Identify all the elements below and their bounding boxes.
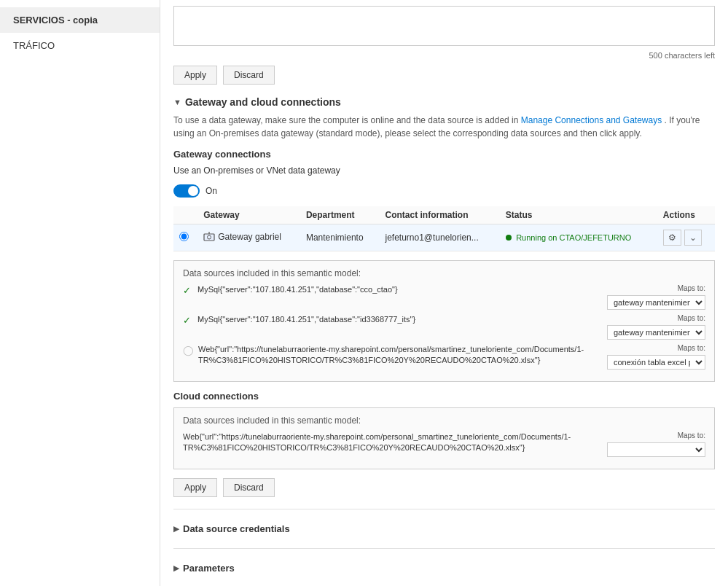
sidebar-item-label: SERVICIOS - copia [13,15,98,26]
gateway-connections-subsection: Gateway connections Use an On-premises o… [173,149,715,382]
maps-to-col-2: Maps to: gateway mantenimient: [603,314,705,340]
parameters-header[interactable]: ▶ Parameters [173,559,715,577]
gateway-cloud-header[interactable]: ▼ Gateway and cloud connections [173,96,715,108]
col-contact: Contact information [379,206,499,224]
gateway-cloud-section: ▼ Gateway and cloud connections To use a… [173,96,715,469]
col-department: Department [300,206,380,224]
cloud-maps-to-col-1: Maps to: [603,431,705,457]
gateway-radio[interactable] [179,232,189,241]
row-gateway-cell: Gateway gabriel [197,224,300,251]
row-contact-cell: jefeturno1@tunelorien... [379,224,499,251]
credentials-title: Data source credentials [183,523,290,534]
status-dot-icon [506,235,512,241]
use-gateway-label: Use an On-premises or VNet data gateway [173,165,340,176]
gateway-name-cell: Gateway gabriel [203,231,281,243]
discard-button[interactable]: Discard [223,66,275,85]
parameters-title: Parameters [183,563,235,574]
sidebar-item-trafico[interactable]: TRÁFICO [0,33,160,58]
status-text: Running on CTAO/JEFETURNO [516,233,631,242]
maps-to-label-2: Maps to: [678,314,705,322]
actions-buttons: ⚙ ⌄ [663,230,709,246]
description-textarea[interactable] [173,6,715,46]
ds-text-3: Web{"url":"https://tunelaburraoriente-my… [198,344,599,367]
ds-text-1: MySql{"server":"107.180.41.251","databas… [197,284,599,295]
svg-rect-0 [204,234,214,241]
expand-button[interactable]: ⌄ [684,230,702,246]
row-status-cell: Running on CTAO/JEFETURNO [500,224,657,251]
gateway-cloud-desc: To use a data gateway, make sure the com… [173,114,715,140]
gateway-datasources-box: Data sources included in this semantic m… [173,260,715,382]
maps-to-select-1[interactable]: gateway mantenimient: [607,295,705,310]
cloud-ds-text-1: Web{"url":"https://tunelaburraoriente-my… [183,431,599,454]
gateway-toggle-row: Use an On-premises or VNet data gateway [173,165,715,176]
manage-connections-link[interactable]: Manage Connections and Gateways [521,115,662,125]
ds-text-2: MySql{"server":"107.180.41.251","databas… [197,314,599,325]
cloud-datasources-box: Data sources included in this semantic m… [173,407,715,469]
bottom-button-row: Apply Discard [173,478,715,497]
gateway-toggle[interactable] [173,184,200,198]
gateway-toggle-control: On [173,184,715,198]
gateway-cloud-chevron-icon: ▼ [173,98,181,106]
cloud-maps-to-select-1[interactable] [607,442,705,457]
gateway-toggle-slider [173,184,200,198]
row-actions-cell: ⚙ ⌄ [657,224,715,251]
data-source-credentials-header[interactable]: ▶ Data source credentials [173,520,715,538]
cloud-ds-row-1: Web{"url":"https://tunelaburraoriente-my… [183,431,705,457]
sidebar: SERVICIOS - copia TRÁFICO [0,0,160,586]
cloud-ds-label: Data sources included in this semantic m… [183,415,705,426]
col-actions: Actions [657,206,715,224]
gateway-cloud-title: Gateway and cloud connections [185,96,341,108]
maps-to-select-3[interactable]: conexión tabla excel pe: [607,355,705,370]
apply-button[interactable]: Apply [173,66,217,85]
sidebar-item-servicios[interactable]: SERVICIOS - copia [0,7,160,33]
parameters-arrow-icon: ▶ [173,564,179,572]
gateway-icon [203,231,215,243]
row-radio-cell[interactable] [173,224,197,251]
gateway-name: Gateway gabriel [218,232,281,242]
char-count: 500 characters left [173,51,715,60]
divider-2 [173,548,715,549]
parameters-section: ▶ Parameters [173,559,715,577]
cloud-connections-subsection: Cloud connections Data sources included … [173,391,715,469]
gateway-table: Gateway Department Contact information S… [173,206,715,251]
maps-to-label-3: Maps to: [678,344,705,352]
ds-check-1-icon: ✓ [183,285,193,296]
col-radio [173,206,197,224]
col-gateway: Gateway [197,206,300,224]
gateway-ds-label: Data sources included in this semantic m… [183,268,705,278]
discard-button-2[interactable]: Discard [223,478,275,497]
maps-to-label-1: Maps to: [678,284,705,292]
credentials-arrow-icon: ▶ [173,525,179,533]
gateway-toggle-label: On [206,186,217,196]
gateway-connections-title: Gateway connections [173,149,715,160]
ds-row-1: ✓ MySql{"server":"107.180.41.251","datab… [183,284,705,310]
row-department-cell: Mantenimiento [300,224,380,251]
settings-button[interactable]: ⚙ [663,230,681,246]
ds-row-2: ✓ MySql{"server":"107.180.41.251","datab… [183,314,705,340]
sidebar-item-label: TRÁFICO [13,40,55,51]
col-status: Status [500,206,657,224]
apply-button-2[interactable]: Apply [173,478,217,497]
table-row: Gateway gabriel Mantenimiento jefeturno1… [173,224,715,251]
maps-to-col-1: Maps to: gateway mantenimient: [603,284,705,310]
maps-to-select-2[interactable]: gateway mantenimient: [607,325,705,340]
maps-to-col-3: Maps to: conexión tabla excel pe: [603,344,705,370]
divider-1 [173,509,715,509]
cloud-connections-title: Cloud connections [173,391,715,402]
top-button-row: Apply Discard [173,66,715,85]
ds-check-3-icon: ◯ [183,345,194,356]
ds-row-3: ◯ Web{"url":"https://tunelaburraoriente-… [183,344,705,370]
data-source-credentials-section: ▶ Data source credentials [173,520,715,538]
cloud-maps-to-label-1: Maps to: [678,431,705,440]
main-content: 500 characters left Apply Discard ▼ Gate… [160,0,728,586]
ds-check-2-icon: ✓ [183,315,193,326]
